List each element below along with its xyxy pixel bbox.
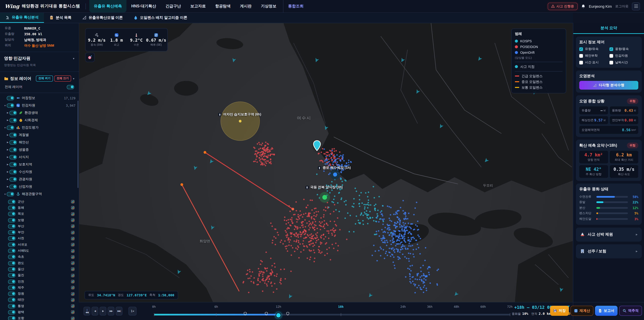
보고서-button[interactable]: 보고서 bbox=[595, 306, 617, 316]
timeline-track[interactable] bbox=[154, 314, 510, 315]
layer-toggle[interactable] bbox=[10, 148, 17, 152]
chevron-down-icon[interactable]: ▼ bbox=[72, 77, 75, 80]
timeline-label-72h[interactable]: 72h bbox=[507, 305, 513, 308]
timeline-handle[interactable] bbox=[276, 312, 282, 318]
tab-HNS·대기확산[interactable]: HNS·대기확산 bbox=[126, 0, 161, 13]
logout-button[interactable]: 로그아웃 bbox=[615, 4, 628, 9]
layer-toggle[interactable] bbox=[10, 184, 17, 189]
region-style-button[interactable] bbox=[71, 243, 75, 247]
region-style-button[interactable] bbox=[71, 255, 75, 259]
vessel-spec-section[interactable]: 사고 선박 제원 ▶ bbox=[576, 227, 642, 241]
역추적-button[interactable]: 역추적 bbox=[619, 306, 642, 316]
map-viewport[interactable]: 9.2 m/s풍속 (SW)1.8 m파고9.2°C수온0.67 m/s해류 (… bbox=[79, 23, 573, 302]
region-style-button[interactable] bbox=[71, 279, 75, 283]
region-toggle[interactable] bbox=[8, 273, 16, 277]
region-toggle[interactable] bbox=[8, 261, 16, 265]
timeline-label-12h[interactable]: 12h bbox=[276, 305, 281, 308]
region-toggle[interactable] bbox=[8, 304, 16, 308]
caret-icon[interactable]: ▼ bbox=[3, 193, 7, 195]
region-toggle[interactable] bbox=[8, 224, 16, 228]
tab-항공탐색[interactable]: 항공탐색 bbox=[210, 0, 235, 13]
fast-forward-button[interactable]: ▶▶ bbox=[108, 307, 114, 315]
region-style-button[interactable] bbox=[71, 212, 75, 216]
step-back-button[interactable]: ◀ bbox=[92, 307, 98, 315]
region-style-button[interactable] bbox=[71, 200, 75, 204]
checkbox[interactable] bbox=[579, 61, 583, 65]
tab-기상정보[interactable]: 기상정보 bbox=[256, 0, 281, 13]
region-style-button[interactable] bbox=[71, 286, 75, 290]
checkbox[interactable] bbox=[610, 54, 613, 58]
region-style-button[interactable] bbox=[71, 230, 75, 234]
tab-analysis-summary[interactable]: 분석 요약 bbox=[573, 23, 644, 34]
layer-toggle[interactable] bbox=[10, 133, 17, 137]
region-toggle[interactable] bbox=[8, 199, 16, 204]
timeline-label-48h[interactable]: 48h bbox=[454, 305, 459, 308]
tab-보고자료[interactable]: 보고자료 bbox=[186, 0, 210, 13]
region-style-button[interactable] bbox=[71, 218, 75, 222]
subtab-분석 목록[interactable]: 분석 목록 bbox=[44, 13, 77, 23]
display-option-유향/유속[interactable]: ✓유향/유속 bbox=[579, 47, 608, 51]
sidebar-scrollbar[interactable] bbox=[78, 101, 78, 188]
caret-icon[interactable]: ▶ bbox=[6, 163, 10, 166]
caret-icon[interactable]: ▶ bbox=[6, 141, 10, 144]
skip-end-button[interactable]: ▶▶| bbox=[116, 307, 122, 315]
caret-icon[interactable]: ▶ bbox=[6, 119, 10, 122]
display-option-날짜시간[interactable]: 날짜시간 bbox=[610, 60, 638, 65]
chevron-down-icon[interactable]: ▼ bbox=[72, 57, 75, 60]
menu-button[interactable] bbox=[632, 2, 640, 10]
region-toggle[interactable] bbox=[8, 292, 16, 296]
play-button[interactable]: ▶ bbox=[100, 307, 106, 315]
region-toggle[interactable] bbox=[8, 242, 16, 247]
region-toggle[interactable] bbox=[8, 230, 16, 235]
tab-유출유 확산예측[interactable]: 유출유 확산예측 bbox=[89, 0, 126, 13]
master-layer-toggle[interactable] bbox=[67, 85, 74, 89]
owner-insurance-section[interactable]: 선주 / 보험 ▶ bbox=[576, 244, 642, 258]
caret-icon[interactable]: ▶ bbox=[6, 156, 10, 158]
tab-긴급구난[interactable]: 긴급구난 bbox=[161, 0, 186, 13]
display-option-풍향/풍속[interactable]: ✓풍향/풍속 bbox=[610, 47, 638, 51]
map-canvas[interactable] bbox=[79, 23, 573, 302]
region-toggle[interactable] bbox=[8, 310, 16, 314]
tab-통합조회[interactable]: 통합조회 bbox=[283, 0, 308, 13]
layer-toggle[interactable] bbox=[7, 125, 14, 130]
region-style-button[interactable] bbox=[71, 267, 75, 271]
region-style-button[interactable] bbox=[71, 224, 75, 228]
timeline-label-36h[interactable]: 36h bbox=[427, 305, 432, 308]
region-style-button[interactable] bbox=[71, 304, 75, 308]
protected-zone-label[interactable]: 여자만 습지보호구역 (6h) bbox=[218, 112, 261, 117]
caret-icon[interactable]: ▶ bbox=[6, 178, 10, 181]
layer-toggle[interactable] bbox=[7, 192, 14, 196]
timeline-label-0h[interactable]: 0h bbox=[152, 305, 156, 308]
bell-icon[interactable] bbox=[581, 4, 586, 9]
caret-icon[interactable]: ▶ bbox=[6, 111, 10, 114]
timeline-label-6h[interactable]: 6h bbox=[214, 305, 218, 308]
layer-toggle[interactable] bbox=[10, 162, 17, 167]
layer-toggle[interactable] bbox=[10, 177, 17, 181]
speed-button[interactable]: 1× bbox=[128, 307, 136, 315]
layer-toggle[interactable] bbox=[10, 170, 17, 174]
all-layers-on-button[interactable]: 전체 켜기 bbox=[36, 76, 53, 82]
region-toggle[interactable] bbox=[8, 218, 16, 222]
timeline-label-60h[interactable]: 60h bbox=[480, 305, 486, 308]
caret-icon[interactable]: ▶ bbox=[6, 185, 10, 188]
skip-start-button[interactable]: |◀◀ bbox=[84, 307, 90, 315]
display-option-시간 표시[interactable]: 시간 표시 bbox=[579, 60, 608, 65]
저장-button[interactable]: 저장 bbox=[550, 306, 569, 316]
재계산-button[interactable]: 재계산 bbox=[570, 306, 593, 316]
affected-resources-header[interactable]: 영향 민감자원 ▼ bbox=[0, 53, 79, 62]
region-toggle[interactable] bbox=[8, 249, 16, 253]
subtab-오일펜스 배치 알고리즘 이론[interactable]: 오일펜스 배치 알고리즘 이론 bbox=[128, 13, 192, 23]
region-style-button[interactable] bbox=[71, 249, 75, 253]
subtab-유출유 확산분석[interactable]: 유출유 확산분석 bbox=[0, 13, 44, 23]
recenter-target-button[interactable] bbox=[85, 53, 94, 62]
checkbox[interactable] bbox=[610, 61, 613, 65]
checkbox[interactable]: ✓ bbox=[579, 47, 583, 51]
region-style-button[interactable] bbox=[71, 292, 75, 296]
region-toggle[interactable] bbox=[8, 255, 16, 259]
display-option-해안부착[interactable]: 해안부착 bbox=[579, 54, 608, 58]
region-style-button[interactable] bbox=[71, 273, 75, 277]
layer-toggle[interactable] bbox=[10, 140, 17, 144]
polygon-analysis-button[interactable]: 다각형 분석수행 bbox=[579, 81, 638, 90]
layer-toggle[interactable] bbox=[10, 118, 17, 122]
region-style-button[interactable] bbox=[71, 206, 75, 210]
